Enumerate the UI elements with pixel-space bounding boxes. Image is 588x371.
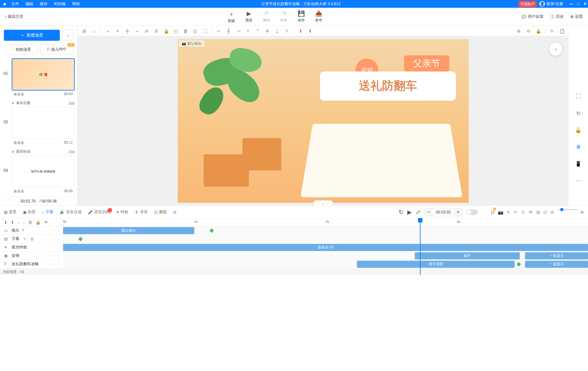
history-button[interactable]: 🕒 历史 (550, 14, 564, 19)
align-middle-icon[interactable]: ╪ (263, 27, 272, 35)
cut-tool[interactable]: ✂ (514, 210, 518, 215)
transition-row[interactable]: 圆形转场 2(s) (3, 148, 75, 155)
edit-icon[interactable]: ✎ (23, 237, 27, 241)
zoom-out-icon[interactable]: ⊖ (524, 27, 533, 35)
mobile-tool[interactable]: 📱 (572, 158, 584, 169)
filter-tool[interactable]: ⫛ (521, 210, 525, 215)
lock-view-icon[interactable]: 🔒 (534, 27, 542, 35)
scene-item[interactable]: 03 推荐礼物 购物链接 未命名 00:05 (3, 155, 75, 195)
distribute-v-icon[interactable]: ⫵ (283, 27, 291, 35)
time-minus-button[interactable]: − (425, 208, 433, 216)
music-fab-button[interactable]: ♪ (549, 43, 562, 56)
more-tool[interactable]: ⋯ (572, 175, 584, 186)
timeline-ruler[interactable]: 0s 1s 2s 3s (63, 219, 588, 226)
track-clip[interactable]: 展开 (415, 252, 520, 259)
menu-action[interactable]: 操作 (37, 1, 51, 7)
down-icon[interactable]: ↓ (23, 220, 25, 225)
track-content[interactable]: 展开 一直显示 (63, 252, 588, 260)
bring-front-icon[interactable]: ⬆ (296, 27, 305, 35)
track-clip[interactable]: 逐字渐变 (357, 261, 514, 268)
login-button[interactable]: 👤 登录/注册 (539, 1, 563, 7)
track-clip[interactable]: 默认镜头 (63, 227, 194, 234)
menu-file[interactable]: 文件 (8, 1, 22, 7)
publish-button[interactable]: 📤 发布 (315, 10, 322, 23)
close-button[interactable]: ✕ (583, 2, 587, 6)
zoom-slider[interactable] (558, 209, 577, 210)
align-top2-icon[interactable]: ⊤ (253, 27, 262, 35)
feedback-button[interactable]: 💬 用户反馈 (522, 14, 543, 19)
paste-icon[interactable]: 📋 (558, 27, 566, 35)
new-scene-button[interactable]: ＋ 新建场景 (4, 30, 60, 41)
focus-icon[interactable]: ⊡ (191, 27, 199, 35)
scene-thumbnail[interactable]: 🌿 🎁 (12, 58, 75, 91)
playhead[interactable] (420, 219, 421, 275)
track-content[interactable]: 逐字渐变 一直显示 (63, 260, 588, 268)
lock-icon[interactable]: 🔒 (36, 220, 41, 225)
minimize-button[interactable]: — (570, 2, 573, 6)
camera-tool[interactable]: 📷 (498, 210, 503, 215)
play-button[interactable]: ▶ (407, 209, 412, 216)
menu-timeline[interactable]: 时间轴 (51, 1, 69, 7)
insert-ppt-button[interactable]: P 插入PPT VIP (40, 45, 74, 54)
smart-scene-button[interactable]: ▲ 智能场景 (4, 45, 37, 54)
collapse-handle[interactable]: ⌄ (314, 200, 333, 205)
zoom-in-icon[interactable]: ⊕ (515, 27, 523, 35)
help-icon[interactable]: ? (22, 228, 24, 233)
undo-button[interactable]: ↶ 撤销 (263, 10, 270, 23)
scene-item[interactable]: 02 未命名 00:11 (3, 107, 75, 147)
align-right-icon[interactable]: ⊣ (234, 27, 242, 35)
up-icon[interactable]: ↑ (17, 220, 20, 225)
tab-tts[interactable]: 🔊语音合成 (60, 209, 81, 215)
delete-icon[interactable]: 🗑 (30, 237, 34, 241)
track-content[interactable] (63, 235, 588, 243)
lock-icon[interactable]: 🔒 (162, 27, 170, 35)
keyframe-diamond[interactable] (78, 236, 83, 241)
rotate-tool[interactable]: ↻ (572, 107, 584, 119)
canvas-area[interactable]: 📷 默认镜头 促销 父亲节 送礼防翻车 (78, 36, 569, 205)
export-icon[interactable]: ⬆ (11, 220, 14, 225)
tab-fx[interactable]: ✦特效 (116, 209, 128, 215)
home-icon[interactable]: ⌂ (90, 27, 98, 35)
maximize-button[interactable]: □ (577, 2, 580, 6)
lock-tool[interactable]: 🔓 (572, 124, 584, 136)
settings-button[interactable]: ⚙ 设置 (570, 14, 583, 19)
align-center-icon[interactable]: ╫ (224, 27, 233, 35)
delete-icon[interactable]: 🗑 (28, 220, 32, 225)
save-button[interactable]: 💾 保存 (298, 10, 305, 23)
scene-thumbnail[interactable] (12, 107, 75, 139)
crop-tool[interactable]: ⊡ (543, 210, 547, 215)
music-button[interactable]: ♪ (62, 30, 73, 41)
track-clip[interactable]: 一直显示 (525, 261, 588, 268)
flip-v-icon[interactable]: ⇵ (152, 27, 161, 35)
tab-asr[interactable]: 🎤语音识别 (88, 209, 110, 215)
align-vcenter-icon[interactable]: ╪ (123, 27, 132, 35)
ruler-icon[interactable]: ⊞ (80, 27, 89, 35)
scene-item[interactable]: 01 🌿 🎁 未命名 00:03 (3, 58, 75, 98)
flip-h-icon[interactable]: ⇄ (143, 27, 151, 35)
eye-tool[interactable]: 👁 (529, 210, 533, 215)
transition-row[interactable]: 幕布层叠 2(s) (3, 99, 75, 107)
copy-icon[interactable]: ⎘ (548, 27, 556, 35)
distribute-h-icon[interactable]: ⫴ (244, 27, 252, 35)
upgrade-button[interactable]: 升级账户 (519, 1, 537, 7)
keyframe-diamond[interactable] (517, 262, 521, 266)
crop-icon[interactable]: ◰ (172, 27, 180, 35)
import-icon[interactable]: ⬇ (4, 220, 7, 225)
rewind-button[interactable]: ↻ (399, 209, 403, 216)
marker-tool[interactable]: ⊟v (491, 210, 495, 215)
align-top-icon[interactable]: ⫧ (113, 27, 122, 35)
zoom-in-tool[interactable]: ⊕ (580, 210, 584, 215)
align-bottom2-icon[interactable]: ⊥ (273, 27, 281, 35)
tab-subtitle[interactable]: ⎁字幕 (42, 209, 53, 215)
display-tool[interactable]: 🖥 (572, 141, 584, 153)
redo-button[interactable]: ↷ 恢复 (280, 10, 287, 23)
track-content[interactable]: 默认镜头 (63, 226, 588, 235)
tab-mask[interactable]: ◰蒙版 (154, 209, 167, 215)
tab-background[interactable]: ▨背景 (4, 209, 16, 215)
new-button[interactable]: ＋ 新建 (228, 10, 235, 23)
expand-icon[interactable]: ⛶ (201, 27, 209, 35)
edit-tool[interactable]: ✎ (507, 210, 510, 215)
align-left-icon[interactable]: ⊢ (215, 27, 223, 35)
menu-edit[interactable]: 编辑 (22, 1, 37, 7)
scene-thumbnail[interactable]: 推荐礼物 购物链接 (12, 155, 75, 188)
